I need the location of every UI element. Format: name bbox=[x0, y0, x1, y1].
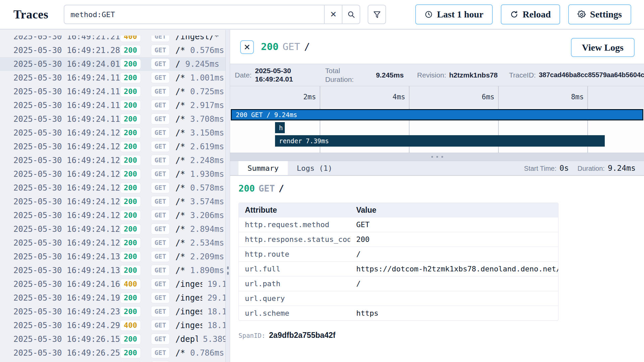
trace-row[interactable]: 200GET bbox=[0, 360, 225, 362]
trace-row[interactable]: 2025-05-30 16:49:24.12200GET/*3.574ms bbox=[0, 195, 225, 208]
trace-duration: 0.786ms bbox=[190, 348, 224, 358]
status-badge: 200 bbox=[120, 348, 141, 358]
trace-row[interactable]: 2025-05-30 16:49:24.12200GET/*2.534ms bbox=[0, 236, 225, 250]
trace-row[interactable]: 2025-05-30 16:49:24.29400GET/ingest/*18.… bbox=[0, 318, 225, 332]
timeline-span-root[interactable]: 200 GET / 9.24ms bbox=[231, 109, 643, 120]
trace-row[interactable]: 2025-05-30 16:49:24.23200GET/ingest/*18.… bbox=[0, 305, 225, 318]
span-id-line: SpanID: 2a9dfb2a755ba42f bbox=[238, 331, 644, 340]
trace-row[interactable]: 2025-05-30 16:49:24.11200GET/*1.001ms bbox=[0, 71, 225, 85]
trace-row[interactable]: 2025-05-30 16:49:24.11200GET/*0.725ms bbox=[0, 85, 225, 98]
trace-row[interactable]: 2025-05-30 16:49:24.12200GET/*2.248ms bbox=[0, 153, 225, 167]
trace-row[interactable]: 2025-05-30 16:49:24.16400GET/ingest/*19.… bbox=[0, 277, 225, 291]
filter-button[interactable] bbox=[368, 5, 386, 24]
status-badge: 200 bbox=[120, 251, 141, 262]
status-badge: 200 bbox=[120, 86, 141, 97]
trace-time: 2025-05-30 16:49:24.12 bbox=[13, 156, 120, 165]
trace-row[interactable]: 2025-05-30 16:49:24.01200GET/9.245ms bbox=[0, 57, 225, 71]
method-badge: GET bbox=[151, 36, 170, 42]
trace-row[interactable]: 2025-05-30 16:49:24.12200GET/*3.206ms bbox=[0, 208, 225, 222]
search-group: ✕ bbox=[64, 5, 360, 24]
reload-button[interactable]: Reload bbox=[501, 4, 560, 24]
method-badge: GET bbox=[151, 127, 170, 138]
timeline-span-child[interactable]: h bbox=[275, 122, 285, 133]
trace-row[interactable]: 2025-05-30 16:49:24.12200GET/*1.930ms bbox=[0, 167, 225, 181]
timeline-span-child[interactable]: render 7.39ms bbox=[275, 135, 605, 147]
trace-row[interactable]: 2025-05-30 16:49:26.25200GET/*0.786ms bbox=[0, 346, 225, 360]
method-badge: GET bbox=[151, 278, 170, 290]
status-badge: 200 bbox=[120, 210, 141, 221]
attribute-table-body: http.request.methodGEThttp.response.stat… bbox=[239, 217, 558, 320]
trace-duration: 5.389ms bbox=[203, 334, 225, 344]
trace-row[interactable]: 2025-05-30 16:49:24.19200GET/ingest/*29.… bbox=[0, 291, 225, 305]
trace-time: 2025-05-30 16:49:24.13 bbox=[13, 252, 120, 261]
status-badge: 400 bbox=[120, 279, 141, 290]
trace-duration: 2.894ms bbox=[190, 224, 224, 234]
trace-duration: 0.725ms bbox=[190, 87, 224, 96]
trace-time: 2025-05-30 16:49:24.12 bbox=[13, 238, 120, 248]
trace-row[interactable]: 2025-05-30 16:49:24.12200GET/*3.150ms bbox=[0, 126, 225, 140]
view-logs-button[interactable]: View Logs bbox=[571, 38, 635, 57]
status-badge: 200 bbox=[120, 155, 141, 166]
trace-row[interactable]: 2025-05-30 16:49:24.12200GET/*2.894ms bbox=[0, 222, 225, 236]
table-row: http.route/ bbox=[239, 247, 558, 261]
trace-row[interactable]: 2025-05-30 16:49:24.12200GET/*2.619ms bbox=[0, 140, 225, 153]
detail-title: 200 GET / bbox=[261, 41, 310, 52]
status-badge: 400 bbox=[120, 320, 141, 331]
status-badge: 200 bbox=[120, 224, 141, 235]
trace-row[interactable]: 2025-05-30 16:49:24.11200GET/*3.708ms bbox=[0, 112, 225, 126]
close-detail-button[interactable]: ✕ bbox=[240, 40, 254, 54]
clear-search-button[interactable]: ✕ bbox=[324, 5, 342, 24]
settings-button[interactable]: Settings bbox=[568, 4, 631, 24]
tab-logs-1[interactable]: Logs (1) bbox=[288, 161, 341, 175]
detail-header: ✕ 200 GET / View Logs bbox=[230, 30, 644, 64]
attribute-value: GET bbox=[350, 220, 558, 229]
trace-row[interactable]: 2025-05-30 16:49:21.28200GET/*0.576ms bbox=[0, 43, 225, 57]
method-badge: GET bbox=[151, 113, 170, 124]
trace-row[interactable]: 2025-05-30 16:49:24.13200GET/*2.209ms bbox=[0, 250, 225, 263]
method-badge: GET bbox=[151, 58, 170, 69]
tab-summary[interactable]: Summary bbox=[238, 161, 288, 175]
status-badge: 200 bbox=[120, 183, 141, 193]
meta-revision: Revision: h2tzmk1nbs78 bbox=[417, 71, 498, 79]
method-badge: GET bbox=[151, 251, 170, 262]
trace-path: /* bbox=[175, 266, 185, 275]
trace-time: 2025-05-30 16:49:24.12 bbox=[13, 169, 120, 179]
trace-row[interactable]: 2025-05-30 16:49:26.15200GET/deploy5.389… bbox=[0, 332, 225, 346]
search-button[interactable] bbox=[342, 5, 360, 24]
trace-time: 2025-05-30 16:49:24.16 bbox=[13, 279, 120, 289]
status-badge: 200 bbox=[120, 238, 141, 248]
date-label: Date: bbox=[235, 71, 252, 79]
revision-label: Revision: bbox=[417, 71, 446, 79]
meta-date: Date: 2025-05-3016:49:24.01 bbox=[235, 67, 293, 83]
search-input[interactable] bbox=[70, 10, 318, 19]
trace-path: /* bbox=[175, 238, 185, 248]
trace-time: 2025-05-30 16:49:24.11 bbox=[13, 73, 120, 83]
trace-row[interactable]: 2025-05-30 16:49:24.12200GET/*0.578ms bbox=[0, 181, 225, 195]
trace-list: 2025-05-30 16:49:21.21400GET/ingest/*202… bbox=[0, 36, 225, 362]
trace-duration: 18.1ms bbox=[207, 307, 225, 316]
status-badge: 200 bbox=[120, 72, 141, 83]
trace-row[interactable]: 2025-05-30 16:49:24.11200GET/*2.917ms bbox=[0, 98, 225, 112]
attribute-name: http.request.method bbox=[239, 220, 350, 229]
trace-duration: 0.576ms bbox=[190, 46, 224, 55]
trace-duration: 18.1ms bbox=[207, 321, 225, 330]
trace-time: 2025-05-30 16:49:26.25 bbox=[13, 348, 120, 358]
trace-time: 2025-05-30 16:49:24.12 bbox=[13, 142, 120, 151]
panel-resize-gutter[interactable] bbox=[225, 30, 230, 362]
search-box[interactable] bbox=[64, 5, 325, 24]
attribute-name: url.scheme bbox=[239, 309, 350, 317]
trace-list-panel[interactable]: 2025-05-30 16:49:21.21400GET/ingest/*202… bbox=[0, 36, 225, 362]
timeline-tick-label: 8ms bbox=[557, 93, 584, 101]
total-duration-value: 9.245ms bbox=[376, 71, 404, 79]
method-badge: GET bbox=[151, 237, 170, 248]
span-id-label: SpanID: bbox=[238, 332, 265, 339]
status-badge: 200 bbox=[261, 41, 278, 52]
trace-path: /* bbox=[175, 348, 185, 358]
trace-row[interactable]: 2025-05-30 16:49:24.13200GET/*1.890ms bbox=[0, 263, 225, 277]
attribute-name: url.query bbox=[239, 294, 350, 303]
trace-time: 2025-05-30 16:49:24.12 bbox=[13, 211, 120, 220]
trace-row[interactable]: 2025-05-30 16:49:21.21400GET/ingest/* bbox=[0, 36, 225, 43]
summary-heading: 200 GET / bbox=[238, 183, 644, 194]
time-range-button[interactable]: Last 1 hour bbox=[415, 4, 493, 24]
timeline-resize-handle[interactable] bbox=[230, 153, 644, 161]
